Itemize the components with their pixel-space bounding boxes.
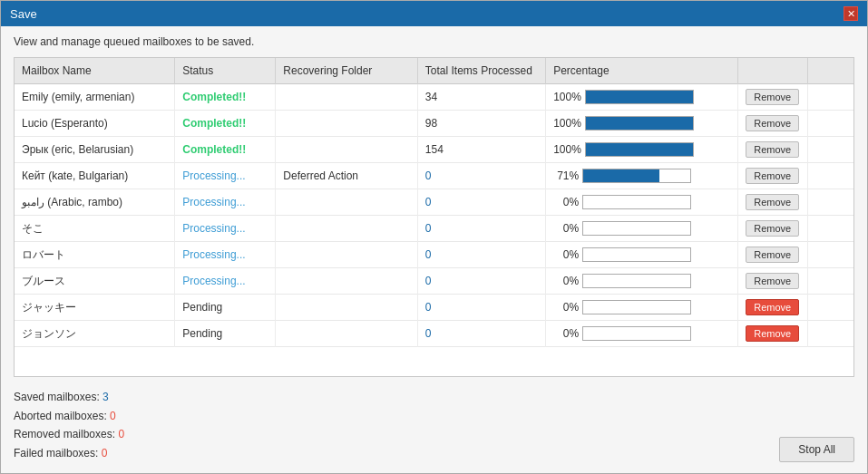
- remove-button[interactable]: Remove: [746, 273, 799, 289]
- remove-button[interactable]: Remove: [746, 194, 799, 210]
- mailbox-status: Processing...: [175, 189, 276, 216]
- remove-button[interactable]: Remove: [746, 141, 799, 158]
- mailbox-name: رامبو (Arabic, rambo): [15, 189, 175, 216]
- percentage-cell: 100%: [546, 137, 738, 163]
- pct-label: 0%: [553, 196, 579, 208]
- remove-cell: Remove: [738, 242, 808, 268]
- mailbox-name: ブルース: [15, 268, 175, 295]
- mailbox-status: Processing...: [175, 163, 276, 189]
- extra-cell: [807, 137, 853, 163]
- table-row: Lucio (Esperanto)Completed!!98100%Remove: [15, 111, 853, 137]
- remove-cell: Remove: [738, 321, 808, 347]
- table-row: Кейт (kate, Bulgarian)Processing...Defer…: [15, 163, 853, 189]
- recovering-folder: Deferred Action: [276, 163, 418, 189]
- pct-label: 100%: [553, 91, 581, 103]
- remove-cell: Remove: [738, 268, 808, 295]
- col-header-action1: [738, 58, 808, 84]
- remove-cell: Remove: [738, 163, 808, 189]
- percentage-cell: 71%: [546, 163, 738, 189]
- remove-cell: Remove: [738, 111, 808, 137]
- progress-bar: [582, 300, 691, 314]
- col-header-mailbox: Mailbox Name: [15, 58, 175, 84]
- progress-bar: [582, 247, 691, 262]
- mailbox-name: ロバート: [15, 242, 175, 268]
- mailbox-status: Completed!!: [175, 137, 276, 163]
- removed-value: 0: [118, 428, 124, 440]
- total-items: 0: [417, 321, 545, 347]
- col-header-action2: [807, 58, 853, 84]
- removed-stat: Removed mailboxes: 0: [14, 425, 124, 443]
- percentage-cell: 0%: [546, 268, 738, 295]
- total-items: 98: [417, 111, 545, 137]
- mailbox-status: Pending: [175, 295, 276, 321]
- mailbox-status: Processing...: [175, 268, 276, 295]
- extra-cell: [807, 216, 853, 242]
- save-window: Save ✕ View and manage queued mailboxes …: [0, 0, 868, 474]
- total-items: 0: [417, 216, 545, 242]
- total-items: 0: [417, 189, 545, 216]
- pct-label: 0%: [553, 248, 579, 261]
- close-button[interactable]: ✕: [844, 6, 858, 21]
- pct-label: 0%: [553, 301, 579, 314]
- recovering-folder: [276, 268, 418, 295]
- progress-bar: [582, 274, 691, 288]
- remove-button[interactable]: Remove: [746, 325, 799, 342]
- extra-cell: [807, 163, 853, 189]
- recovering-folder: [276, 137, 418, 163]
- mailbox-status: Processing...: [175, 242, 276, 268]
- table-body: Emily (emily, armenian)Completed!!34100%…: [15, 84, 853, 347]
- progress-bar: [582, 195, 691, 209]
- percentage-cell: 0%: [546, 321, 738, 347]
- mailbox-name: ジャッキー: [15, 295, 175, 321]
- progress-bar: [582, 326, 691, 341]
- total-items: 154: [417, 137, 545, 163]
- remove-button[interactable]: Remove: [746, 247, 799, 263]
- failed-stat: Failed mailboxes: 0: [14, 444, 124, 462]
- progress-bar-fill: [586, 117, 693, 130]
- remove-button[interactable]: Remove: [746, 220, 799, 237]
- failed-value: 0: [102, 447, 108, 459]
- total-items: 0: [417, 268, 545, 295]
- progress-bar-fill: [586, 91, 693, 103]
- remove-button[interactable]: Remove: [746, 168, 799, 184]
- table-row: ロバートProcessing...00%Remove: [15, 242, 853, 268]
- extra-cell: [807, 189, 853, 216]
- remove-button[interactable]: Remove: [746, 299, 799, 315]
- table-header-row: Mailbox Name Status Recovering Folder To…: [15, 58, 853, 84]
- table-row: ブルースProcessing...00%Remove: [15, 268, 853, 295]
- removed-label: Removed mailboxes:: [14, 428, 115, 440]
- pct-label: 100%: [553, 143, 581, 156]
- aborted-value: 0: [110, 410, 116, 422]
- footer-stats: Saved mailboxes: 3 Aborted mailboxes: 0 …: [14, 388, 124, 462]
- subtitle: View and manage queued mailboxes to be s…: [1, 26, 867, 57]
- aborted-label: Aborted mailboxes:: [14, 410, 107, 422]
- remove-cell: Remove: [738, 137, 808, 163]
- total-items: 34: [417, 84, 545, 111]
- stop-all-button[interactable]: Stop All: [779, 437, 854, 462]
- col-header-pct: Percentage: [546, 58, 738, 84]
- recovering-folder: [276, 189, 418, 216]
- mailbox-name: Эрык (eric, Belarusian): [15, 137, 175, 163]
- recovering-folder: [276, 216, 418, 242]
- mailbox-name: ジョンソン: [15, 321, 175, 347]
- mailbox-name: Emily (emily, armenian): [15, 84, 175, 111]
- mailbox-name: Кейт (kate, Bulgarian): [15, 163, 175, 189]
- pct-label: 0%: [553, 327, 579, 340]
- saved-value: 3: [102, 391, 109, 403]
- extra-cell: [807, 268, 853, 295]
- remove-cell: Remove: [738, 189, 808, 216]
- percentage-cell: 0%: [546, 295, 738, 321]
- table-row: ジャッキーPending00%Remove: [15, 295, 853, 321]
- percentage-cell: 0%: [546, 242, 738, 268]
- remove-button[interactable]: Remove: [746, 89, 799, 105]
- pct-label: 71%: [553, 169, 579, 182]
- total-items: 0: [417, 242, 545, 268]
- mailbox-table: Mailbox Name Status Recovering Folder To…: [15, 58, 853, 347]
- remove-cell: Remove: [738, 84, 808, 111]
- pct-label: 0%: [553, 275, 579, 287]
- recovering-folder: [276, 295, 418, 321]
- recovering-folder: [276, 321, 418, 347]
- percentage-cell: 0%: [546, 216, 738, 242]
- mailbox-name: Lucio (Esperanto): [15, 111, 175, 137]
- remove-button[interactable]: Remove: [746, 115, 799, 131]
